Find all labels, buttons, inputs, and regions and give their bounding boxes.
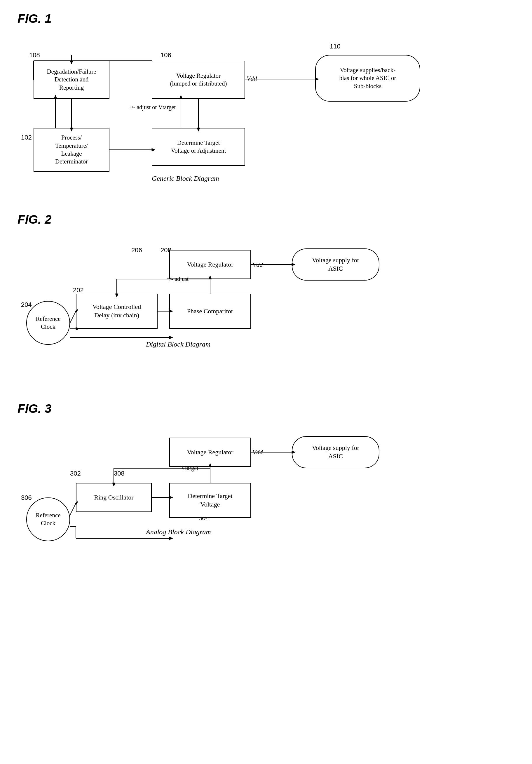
fig2-vcd-label: Voltage Controlled Delay (inv chain) [92,303,141,319]
adjust-label-fig1: +/- adjust or Vtarget [128,104,176,111]
process-label: Process/ Temperature/ Leakage Determinat… [55,134,88,165]
ref2-206: 206 [131,246,142,254]
ref-110: 110 [330,43,341,50]
fig2-voltage-supply-label: Voltage supply for ASIC [312,256,359,273]
fig1-caption: Generic Block Diagram [152,175,219,182]
fig3-caption: Analog Block Diagram [146,528,211,536]
fig1-label: FIG. 1 [18,12,514,26]
fig3-label: FIG. 3 [18,402,514,416]
svg-line-42 [70,503,76,515]
ref-102: 102 [21,134,32,141]
ref-108: 108 [29,51,40,59]
voltage-supply-label: Voltage supplies/back- bias for whole AS… [339,66,396,90]
fig3-ref-clock: Reference Clock [26,497,70,541]
fig3-determine-box: Determine Target Voltage [169,483,251,518]
fig2-diagram: 208 202 206 204 Voltage Regulator Voltag… [18,232,484,384]
determine-box: Determine Target Voltage or Adjustment [152,128,245,166]
fig1-diagram: 108 106 102 104 110 Degradation/Failure … [18,32,484,195]
fig2-phase-box: Phase Comparitor [169,294,251,329]
fig3-ring-osc-label: Ring Oscillator [94,493,133,502]
fig2-phase-label: Phase Comparitor [187,307,233,315]
vtarget-label: Vtarget [181,465,198,472]
figure-3: FIG. 3 302 308 304 306 Voltage Regulator… [18,402,514,579]
voltage-reg-box: Voltage Regulator (lumped or distributed… [152,61,245,99]
ref3-308: 308 [114,470,125,477]
fig3-ref-clock-label: Reference Clock [36,511,61,527]
fig3-ring-osc-box: Ring Oscillator [76,483,152,512]
vdd-label-fig3: Vdd [253,449,263,456]
fig2-ref-clock-label: Reference Clock [36,315,61,331]
svg-line-19 [70,311,76,323]
determine-label: Determine Target Voltage or Adjustment [171,139,226,155]
figure-1: FIG. 1 108 106 102 104 110 Degradation/F… [18,12,514,195]
fig2-label: FIG. 2 [18,213,514,227]
ref3-302: 302 [70,470,81,477]
ref-106: 106 [160,51,171,59]
voltage-reg-label: Voltage Regulator (lumped or distributed… [170,72,227,88]
fig2-voltage-reg-box: Voltage Regulator [169,250,251,279]
fig3-voltage-reg-label: Voltage Regulator [187,448,233,457]
fig3-diagram: 302 308 304 306 Voltage Regulator Voltag… [18,422,484,579]
ref2-202: 202 [73,286,84,294]
voltage-supply-box: Voltage supplies/back- bias for whole AS… [315,55,420,101]
vdd-label-fig2: Vdd [253,261,263,269]
fig3-determine-label: Determine Target Voltage [188,492,232,508]
fig2-ref-clock: Reference Clock [26,301,70,345]
vdd-label-fig1: Vdd [247,75,257,82]
degradation-label: Degradation/Failure Detection and Report… [47,68,96,92]
fig2-vcd-box: Voltage Controlled Delay (inv chain) [76,294,158,329]
figure-2: FIG. 2 208 202 206 204 Voltage Regulator… [18,213,514,384]
fig3-voltage-supply-label: Voltage supply for ASIC [312,444,359,461]
svg-marker-25 [169,336,173,339]
fig2-voltage-reg-label: Voltage Regulator [187,261,233,269]
fig2-caption: Digital Block Diagram [146,340,210,348]
degradation-box: Degradation/Failure Detection and Report… [34,61,109,99]
fig3-voltage-supply-box: Voltage supply for ASIC [292,436,379,468]
adjust-label-fig2: +/- adjust [166,276,189,282]
svg-marker-47 [169,537,173,540]
fig3-voltage-reg-box: Voltage Regulator [169,438,251,467]
process-box: Process/ Temperature/ Leakage Determinat… [34,128,109,172]
fig2-voltage-supply-box: Voltage supply for ASIC [292,249,379,281]
ref3-306: 306 [21,494,32,501]
ref2-204: 204 [21,301,32,308]
